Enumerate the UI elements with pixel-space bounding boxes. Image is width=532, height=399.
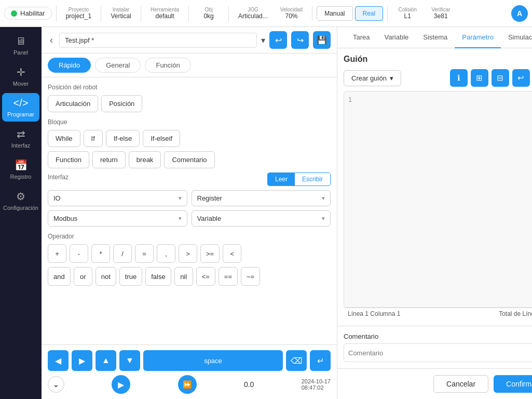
move-icon: ✛: [17, 66, 25, 78]
verificar-label: Verificar: [431, 7, 450, 12]
if-elseif-button[interactable]: If-elseif: [143, 130, 180, 147]
avatar[interactable]: A: [511, 5, 528, 22]
tab-rapido[interactable]: Rápido: [48, 58, 91, 73]
info-button[interactable]: ℹ: [450, 69, 468, 87]
tab-tarea[interactable]: Tarea: [346, 27, 377, 48]
posicion-button[interactable]: Posición: [101, 95, 142, 112]
divider-1: [56, 6, 57, 21]
editor-undo-button[interactable]: ↩: [512, 69, 530, 87]
break-button[interactable]: break: [129, 151, 161, 168]
op-or[interactable]: or: [74, 267, 92, 286]
play-button[interactable]: ▶: [112, 375, 130, 394]
articulacion-button[interactable]: Articulación: [48, 95, 98, 112]
date-display: 2024-10-17: [302, 378, 331, 384]
sidebar-item-registro[interactable]: 📅 Registro: [2, 155, 39, 184]
divider-4: [188, 6, 189, 21]
enter-button[interactable]: ↵: [310, 350, 331, 371]
tab-general[interactable]: General: [95, 58, 141, 73]
if-button[interactable]: If: [84, 130, 103, 147]
backspace-button[interactable]: ⌫: [286, 350, 307, 371]
op-neq[interactable]: ~=: [241, 267, 260, 286]
tab-funcion[interactable]: Función: [145, 58, 190, 73]
op-minus[interactable]: -: [70, 244, 88, 263]
tab-parametro[interactable]: Parámetro: [455, 27, 501, 48]
divider-6: [312, 6, 312, 21]
op-equals[interactable]: =: [135, 244, 154, 263]
space-button[interactable]: space: [143, 350, 283, 371]
script-title: Guión: [344, 55, 532, 64]
cancel-button[interactable]: Cancelar: [433, 375, 488, 393]
tab-simulacion[interactable]: Simulación: [501, 27, 532, 48]
sidebar-label-interfaz: Interfaz: [11, 142, 31, 149]
nav-up[interactable]: ▲: [96, 350, 116, 371]
op-lte[interactable]: <=: [196, 267, 215, 286]
comment-input[interactable]: [344, 343, 532, 362]
bottom-row: ⌄ ▶ ⏩ 0.0 2024-10-17 08:47:02: [48, 375, 331, 394]
op-multiply[interactable]: *: [91, 244, 110, 263]
comment-title: Comentario: [344, 332, 532, 340]
op-gt[interactable]: >: [179, 244, 197, 263]
register-value: Register: [197, 194, 222, 202]
function-button[interactable]: Function: [48, 151, 89, 168]
op-true[interactable]: true: [119, 267, 142, 286]
return-button[interactable]: return: [92, 151, 126, 168]
sidebar-item-programar[interactable]: </> Programar: [2, 93, 39, 122]
op-nil[interactable]: nil: [174, 267, 193, 286]
content-area: ‹ Test.jspf * ▾ ↩ ↪ 💾 Rápido General Fun…: [42, 27, 532, 399]
obj-value: 0kg: [203, 12, 213, 20]
nav-right[interactable]: ▶: [72, 350, 92, 371]
position-value: 0.0: [244, 380, 254, 389]
panel-header: ‹ Test.jspf * ▾ ↩ ↪ 💾: [42, 27, 337, 54]
tab-sistema[interactable]: Sistema: [416, 27, 455, 48]
escribir-button[interactable]: Escribir: [295, 173, 330, 185]
registro-icon: 📅: [15, 159, 28, 171]
sidebar-item-mover[interactable]: ✛ Mover: [2, 62, 39, 91]
sidebar-item-configuracion[interactable]: ⚙ Configuración: [2, 186, 39, 215]
modbus-select[interactable]: Modbus ▾: [48, 210, 187, 227]
if-else-button[interactable]: If-else: [106, 130, 140, 147]
op-divide[interactable]: /: [113, 244, 132, 263]
expand-button[interactable]: ⌄: [48, 376, 64, 393]
variable-select[interactable]: Variable ▾: [192, 210, 331, 227]
bloque-row2: Function return break Comentario: [48, 151, 331, 168]
io-select[interactable]: IO ▾: [48, 190, 187, 206]
redo-button[interactable]: ↪: [291, 31, 309, 49]
op-false[interactable]: false: [145, 267, 171, 286]
sidebar-item-panel[interactable]: 🖥 Panel: [2, 31, 39, 60]
code-editor[interactable]: 1: [344, 91, 532, 308]
code-icon: </>: [13, 97, 29, 109]
nav-left[interactable]: ◀: [48, 350, 69, 371]
enable-button[interactable]: Habilitar: [4, 7, 52, 20]
back-button[interactable]: ‹: [48, 33, 55, 48]
confirm-button[interactable]: Confirmar: [494, 375, 532, 393]
velocidad-label: Velocidad: [280, 7, 303, 12]
line-numbers: 1: [348, 96, 358, 303]
bloque-label: Bloque: [48, 118, 331, 126]
comentario-button[interactable]: Comentario: [164, 151, 214, 168]
op-comma[interactable]: ,: [157, 244, 175, 263]
manual-button[interactable]: Manual: [317, 6, 352, 21]
dropdown-button[interactable]: ▾: [261, 35, 265, 45]
nav-down[interactable]: ▼: [119, 350, 140, 371]
register-select[interactable]: Register ▾: [192, 190, 331, 206]
undo-button[interactable]: ↩: [269, 31, 287, 49]
op-and[interactable]: and: [48, 267, 71, 286]
real-button[interactable]: Real: [355, 6, 384, 21]
create-script-button[interactable]: Crear guión ▾: [344, 70, 401, 86]
op-not[interactable]: not: [96, 267, 116, 286]
expand-editor-button[interactable]: ⊞: [471, 69, 488, 87]
variable-value: Variable: [197, 215, 222, 222]
collapse-editor-button[interactable]: ⊟: [492, 69, 509, 87]
op-eqeq[interactable]: ==: [219, 267, 238, 286]
instalar-item: Instalar Vertical: [105, 6, 137, 21]
while-button[interactable]: While: [48, 130, 80, 147]
save-button[interactable]: 💾: [313, 31, 331, 49]
op-gte[interactable]: >=: [200, 244, 220, 263]
op-plus[interactable]: +: [48, 244, 66, 263]
colision-label: Colisión: [398, 7, 417, 12]
fast-forward-button[interactable]: ⏩: [178, 375, 197, 394]
op-lt[interactable]: <: [223, 244, 241, 263]
tab-variable[interactable]: Variable: [377, 27, 416, 48]
leer-button[interactable]: Leer: [268, 173, 295, 185]
sidebar-item-interfaz[interactable]: ⇄ Interfaz: [2, 124, 39, 153]
